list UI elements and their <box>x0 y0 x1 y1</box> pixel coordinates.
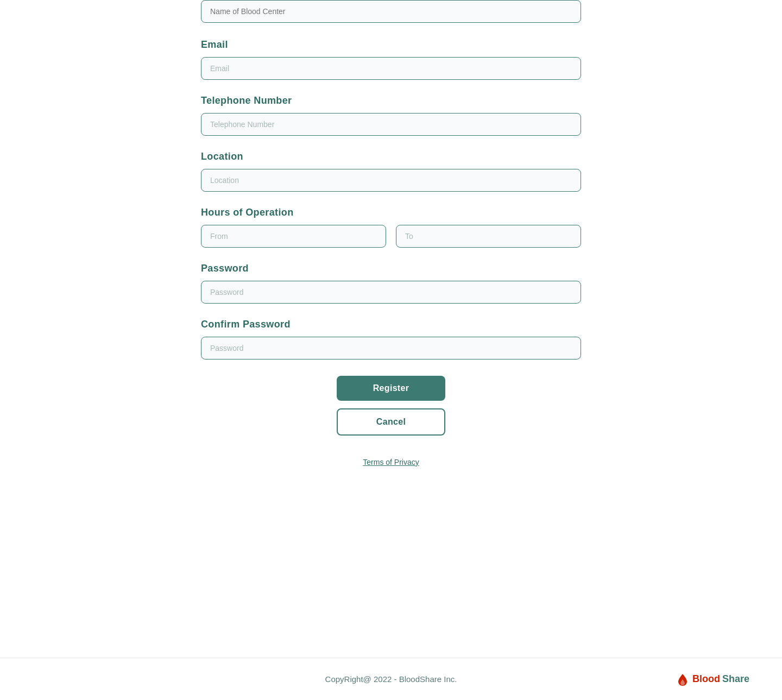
password-field-group: Password <box>201 263 581 304</box>
footer-logo: BloodShare <box>675 672 749 687</box>
terms-of-privacy-link[interactable]: Terms of Privacy <box>363 458 419 466</box>
email-field-group: Email <box>201 39 581 80</box>
email-label: Email <box>201 39 581 51</box>
email-input[interactable] <box>201 57 581 80</box>
copyright-text: CopyRight@ 2022 - BloodShare Inc. <box>325 674 457 684</box>
blood-center-section <box>201 0 581 39</box>
footer: CopyRight@ 2022 - BloodShare Inc. BloodS… <box>0 658 782 700</box>
hours-label: Hours of Operation <box>201 207 581 218</box>
confirm-password-label: Confirm Password <box>201 319 581 330</box>
confirm-password-field-group: Confirm Password <box>201 319 581 360</box>
hours-row <box>201 225 581 248</box>
logo-share-text: Share <box>722 673 749 685</box>
password-input[interactable] <box>201 281 581 304</box>
blood-center-input[interactable] <box>201 0 581 23</box>
cancel-button[interactable]: Cancel <box>337 408 445 436</box>
hours-to-input[interactable] <box>396 225 581 248</box>
logo-blood-text: Blood <box>692 673 720 685</box>
confirm-password-input[interactable] <box>201 337 581 360</box>
bloodshare-logo-icon <box>675 672 690 687</box>
location-input[interactable] <box>201 169 581 192</box>
password-label: Password <box>201 263 581 274</box>
telephone-input[interactable] <box>201 113 581 136</box>
location-label: Location <box>201 151 581 162</box>
hours-field-group: Hours of Operation <box>201 207 581 248</box>
telephone-field-group: Telephone Number <box>201 95 581 136</box>
buttons-section: Register Cancel <box>201 376 581 436</box>
location-field-group: Location <box>201 151 581 192</box>
hours-from-input[interactable] <box>201 225 386 248</box>
telephone-label: Telephone Number <box>201 95 581 106</box>
register-button[interactable]: Register <box>337 376 445 401</box>
terms-section: Terms of Privacy <box>201 457 581 467</box>
